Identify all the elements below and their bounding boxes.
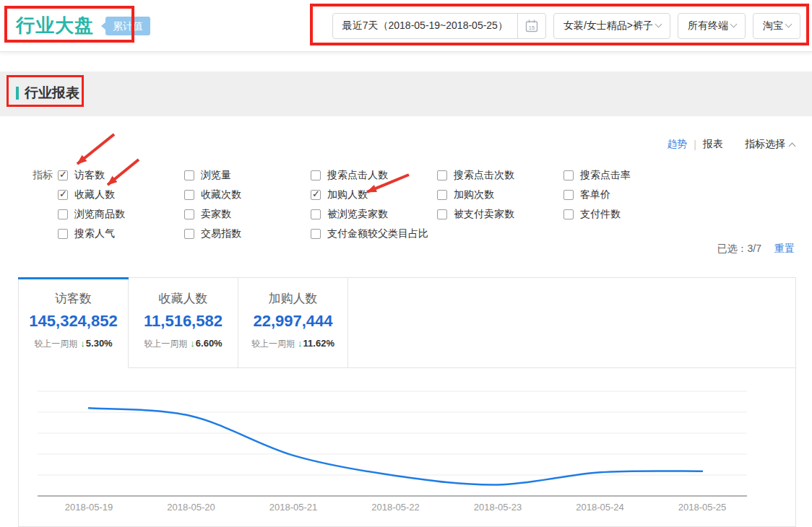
compare-label: 较上一周期 — [144, 339, 187, 349]
checkbox-label[interactable]: 访客数 — [74, 169, 105, 182]
tab-report[interactable]: 报表 — [703, 138, 723, 151]
indicator-column-2: 浏览量 收藏次数 卖家数 交易指数 — [184, 165, 311, 243]
checkbox-icon[interactable] — [184, 170, 194, 180]
checkbox-label[interactable]: 搜索点击次数 — [454, 169, 514, 182]
indicator-checkbox-favorites[interactable]: 收藏人数 — [58, 185, 184, 204]
checkbox-label[interactable]: 被支付卖家数 — [454, 208, 514, 221]
chevron-down-icon — [785, 21, 792, 28]
checkbox-label[interactable]: 被浏览卖家数 — [327, 208, 388, 221]
checkbox-icon[interactable] — [311, 190, 321, 200]
indicator-checkbox-paid-sellers[interactable]: 被支付卖家数 — [437, 204, 563, 224]
checkbox-label[interactable]: 加购次数 — [454, 188, 494, 201]
checkbox-icon[interactable] — [437, 170, 447, 180]
terminal-selector[interactable]: 所有终端 — [678, 13, 746, 39]
metric-tab-visitors[interactable]: 访客数 145,324,852 较上一周期↓5.30% — [19, 278, 129, 368]
date-range-selector[interactable]: 最近7天（2018-05-19~2018-05-25） 15 — [332, 13, 546, 39]
checkbox-icon[interactable] — [311, 170, 321, 180]
cumulative-value-badge: 累计值 — [105, 17, 150, 35]
top-header-bar: 行业大盘 累计值 最近7天（2018-05-19~2018-05-25） 15 … — [0, 0, 812, 52]
checkbox-icon[interactable] — [58, 170, 68, 180]
indicator-checkbox-browsed-items[interactable]: 浏览商品数 — [58, 204, 184, 224]
change-percent: 6.60% — [196, 338, 223, 349]
checkbox-icon[interactable] — [311, 229, 321, 239]
checkbox-label[interactable]: 搜索点击率 — [580, 169, 631, 182]
section-tick-bar — [16, 87, 19, 100]
indicator-checkbox-avg-order-value[interactable]: 客单价 — [563, 185, 690, 204]
checkbox-label[interactable]: 卖家数 — [201, 208, 231, 221]
svg-text:2018-05-23: 2018-05-23 — [474, 502, 522, 513]
checkbox-label[interactable]: 收藏次数 — [201, 188, 241, 201]
checkbox-label[interactable]: 支付金额较父类目占比 — [327, 227, 428, 240]
checkbox-icon[interactable] — [311, 209, 321, 219]
indicator-checkbox-payment-share[interactable]: 支付金额较父类目占比 — [311, 224, 437, 243]
checkbox-icon[interactable] — [58, 209, 68, 219]
platform-selector[interactable]: 淘宝 — [753, 13, 800, 39]
indicator-grid: 指标 访客数 收藏人数 浏览商品数 搜索人气 浏览量 收藏次数 — [33, 165, 690, 243]
metric-compare: 较上一周期↓6.60% — [129, 338, 238, 350]
metric-title: 收藏人数 — [129, 290, 238, 308]
checkbox-label[interactable]: 浏览量 — [201, 169, 231, 182]
change-percent: 11.62% — [303, 338, 334, 349]
calendar-button[interactable]: 15 — [517, 13, 545, 39]
metric-tab-cart-users[interactable]: 加购人数 22,997,444 较上一周期↓11.62% — [238, 278, 348, 368]
date-range-value: 最近7天（2018-05-19~2018-05-25） — [333, 19, 517, 32]
svg-text:2018-05-21: 2018-05-21 — [269, 502, 318, 513]
selection-summary-row: 已选：3/7 重置 — [717, 243, 795, 256]
checkbox-label[interactable]: 交易指数 — [201, 227, 241, 240]
indicator-checkbox-sellers[interactable]: 卖家数 — [184, 204, 311, 224]
checkbox-label[interactable]: 支付件数 — [580, 208, 621, 221]
metric-tabs: 访客数 145,324,852 较上一周期↓5.30% 收藏人数 11,516,… — [19, 278, 795, 368]
calendar-icon: 15 — [524, 19, 539, 33]
indicator-column-4: 搜索点击次数 加购次数 被支付卖家数 — [437, 165, 563, 243]
svg-text:2018-05-20: 2018-05-20 — [167, 502, 215, 513]
indicator-checkbox-cart-times[interactable]: 加购次数 — [437, 185, 563, 204]
checkbox-icon[interactable] — [563, 209, 574, 219]
category-selector[interactable]: 女装/女士精品>裤子 — [553, 13, 670, 39]
indicator-checkbox-search-click-rate[interactable]: 搜索点击率 — [563, 165, 690, 185]
checkbox-icon[interactable] — [184, 209, 194, 219]
indicator-checkbox-search-click-users[interactable]: 搜索点击人数 — [311, 165, 437, 185]
checkbox-icon[interactable] — [58, 229, 68, 239]
checkbox-label[interactable]: 客单价 — [580, 188, 610, 201]
indicator-checkbox-search-popularity[interactable]: 搜索人气 — [58, 224, 184, 243]
checkbox-label[interactable]: 搜索点击人数 — [327, 169, 388, 182]
terminal-value: 所有终端 — [678, 19, 730, 32]
indicator-checkbox-trade-index[interactable]: 交易指数 — [184, 224, 311, 243]
page-title: 行业大盘 — [16, 13, 94, 38]
checkbox-label[interactable]: 收藏人数 — [74, 188, 115, 201]
indicator-checkbox-search-click-times[interactable]: 搜索点击次数 — [437, 165, 563, 185]
view-toggle: 趋势 | 报表 指标选择 — [667, 138, 795, 151]
indicator-select-toggle[interactable]: 指标选择 — [745, 138, 795, 151]
down-arrow-icon: ↓ — [190, 338, 195, 349]
indicator-checkbox-favorite-times[interactable]: 收藏次数 — [184, 185, 311, 204]
platform-value: 淘宝 — [753, 19, 785, 32]
indicator-checkbox-browsed-sellers[interactable]: 被浏览卖家数 — [311, 204, 437, 224]
checkbox-icon[interactable] — [437, 209, 447, 219]
indicator-checkbox-paid-items[interactable]: 支付件数 — [563, 204, 690, 224]
indicator-checkbox-pageviews[interactable]: 浏览量 — [184, 165, 311, 185]
tab-trend[interactable]: 趋势 — [667, 138, 687, 151]
reset-button[interactable]: 重置 — [774, 243, 795, 256]
checkbox-icon[interactable] — [437, 190, 447, 200]
checkbox-label[interactable]: 加购人数 — [327, 188, 368, 201]
chevron-down-icon — [730, 21, 738, 28]
checkbox-icon[interactable] — [563, 190, 574, 200]
metric-tab-favorites[interactable]: 收藏人数 11,516,582 较上一周期↓6.60% — [129, 278, 238, 368]
checkbox-icon[interactable] — [184, 229, 194, 239]
checkbox-icon[interactable] — [563, 170, 574, 180]
indicator-grid-label: 指标 — [33, 165, 58, 243]
down-arrow-icon: ↓ — [298, 338, 303, 349]
checkbox-icon[interactable] — [184, 190, 194, 200]
svg-text:2018-05-24: 2018-05-24 — [576, 502, 624, 513]
checkbox-icon[interactable] — [58, 190, 68, 200]
checkbox-label[interactable]: 搜索人气 — [74, 227, 115, 240]
indicator-column-1: 访客数 收藏人数 浏览商品数 搜索人气 — [58, 165, 184, 243]
trend-chart: 2018-05-192018-05-202018-05-212018-05-22… — [19, 368, 795, 526]
page: 行业大盘 累计值 最近7天（2018-05-19~2018-05-25） 15 … — [0, 0, 812, 527]
indicator-checkbox-visitors[interactable]: 访客数 — [58, 165, 184, 185]
down-arrow-icon: ↓ — [80, 338, 85, 349]
indicator-checkbox-cart-users[interactable]: 加购人数 — [311, 185, 437, 204]
section-title: 行业报表 — [16, 84, 79, 103]
checkbox-label[interactable]: 浏览商品数 — [74, 208, 125, 221]
metric-value: 145,324,852 — [19, 312, 128, 331]
